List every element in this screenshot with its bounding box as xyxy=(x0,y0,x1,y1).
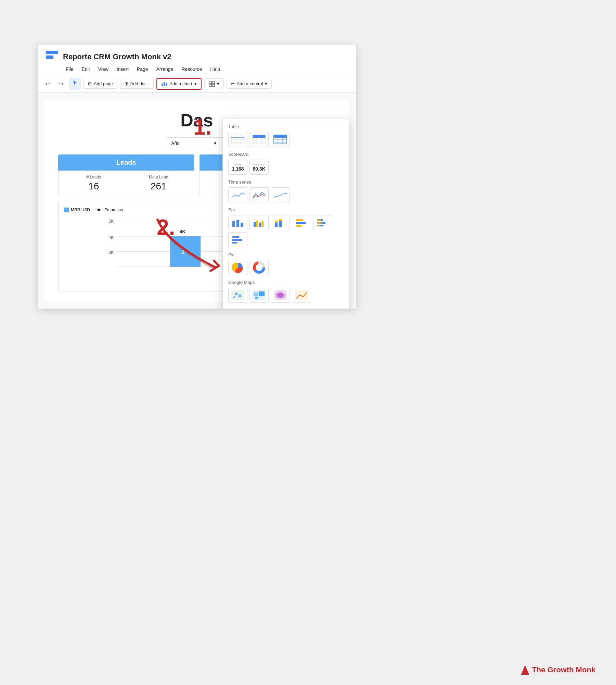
time-series-option-3[interactable] xyxy=(271,187,290,202)
pie-option-1[interactable] xyxy=(228,260,247,275)
svg-rect-38 xyxy=(254,222,256,227)
menu-resource[interactable]: Resource xyxy=(178,65,205,73)
add-chart-button[interactable]: Add a chart ▾ xyxy=(156,78,202,90)
table-option-1[interactable] xyxy=(228,132,247,147)
app-title: Reporte CRM Growth Monk v2 xyxy=(63,52,171,61)
bar-section: Bar xyxy=(228,207,343,247)
time-series-options xyxy=(228,187,343,202)
svg-rect-35 xyxy=(232,221,235,227)
components-button[interactable]: ▾ xyxy=(204,78,224,89)
meta-lead-item: Meta Lead 261 xyxy=(128,175,190,192)
maps-option-1[interactable] xyxy=(228,288,247,303)
bar-option-1[interactable] xyxy=(228,215,247,230)
svg-rect-29 xyxy=(274,135,287,138)
scorecard-section-title: Scorecard xyxy=(228,152,343,157)
toolbar: ↩ ↪ ⊞ Add page ⊞ Add dat... Add a chart … xyxy=(38,75,356,93)
title-bar: Reporte CRM Growth Monk v2 xyxy=(38,45,356,64)
bar-section-title: Bar xyxy=(228,207,343,212)
add-page-label: Add page xyxy=(94,81,113,86)
control-icon: ⇌ xyxy=(231,81,235,86)
components-icon xyxy=(209,81,215,87)
svg-rect-50 xyxy=(317,219,321,221)
table-section-title: Table xyxy=(228,124,343,129)
redo-button[interactable]: ↪ xyxy=(56,78,66,90)
bar-option-2[interactable] xyxy=(249,215,269,230)
time-series-option-2[interactable] xyxy=(249,187,269,202)
svg-rect-2 xyxy=(166,83,167,86)
scorecard-option-1[interactable]: Total 1,168 xyxy=(228,160,247,175)
maps-option-4[interactable] xyxy=(292,288,311,303)
bar-option-3[interactable] xyxy=(271,215,290,230)
svg-rect-46 xyxy=(296,219,303,221)
bar-option-6[interactable] xyxy=(228,232,247,247)
menu-file[interactable]: File xyxy=(62,65,77,73)
bar-option-4[interactable] xyxy=(292,215,311,230)
add-data-button[interactable]: ⊞ Add dat... xyxy=(120,79,154,89)
time-series-option-1[interactable] xyxy=(228,187,247,202)
menu-insert[interactable]: Insert xyxy=(113,65,132,73)
leads-body: # Leads 16 Meta Lead 261 xyxy=(58,171,194,196)
leads-count-item: # Leads 16 xyxy=(63,175,125,192)
bar-options xyxy=(228,215,343,247)
svg-point-66 xyxy=(233,296,235,298)
scorecard-option-2[interactable]: Sessions 69.3K xyxy=(249,160,269,175)
maps-option-3[interactable] xyxy=(271,288,290,303)
svg-rect-48 xyxy=(296,225,301,227)
add-page-icon: ⊞ xyxy=(88,81,92,86)
watermark-text: The Growth Monk xyxy=(532,665,595,674)
svg-rect-47 xyxy=(296,222,306,224)
svg-rect-36 xyxy=(236,220,239,227)
svg-text:4K: 4K xyxy=(108,235,114,240)
table-option-2[interactable] xyxy=(249,132,269,147)
svg-text:3K: 3K xyxy=(108,250,114,255)
legend-empresas-label: Empresas xyxy=(104,208,123,212)
svg-rect-56 xyxy=(232,239,242,241)
geo-chart-section: Geo chart xyxy=(228,308,343,309)
chart-type-dropdown: Table Scorecard xyxy=(222,118,349,309)
app-window: Reporte CRM Growth Monk v2 File Edit Vie… xyxy=(38,45,356,309)
google-maps-options xyxy=(228,288,343,303)
svg-rect-5 xyxy=(209,84,211,87)
add-data-icon: ⊞ xyxy=(125,81,128,86)
select-tool-button[interactable] xyxy=(69,78,81,90)
control-dropdown-arrow: ▾ xyxy=(265,81,267,86)
add-control-label: Add a control xyxy=(237,81,263,86)
svg-rect-43 xyxy=(275,221,278,223)
table-section: Table xyxy=(228,124,343,147)
add-chart-dropdown-arrow: ▾ xyxy=(194,81,197,86)
watermark: The Growth Monk xyxy=(521,665,595,675)
svg-rect-39 xyxy=(256,221,258,227)
table-option-3[interactable] xyxy=(271,132,290,147)
svg-rect-17 xyxy=(231,135,244,144)
leads-card: Leads # Leads 16 Meta Lead 261 xyxy=(58,154,194,196)
menu-edit[interactable]: Edit xyxy=(78,65,93,73)
svg-rect-37 xyxy=(241,223,243,227)
meta-lead-value: 261 xyxy=(128,181,190,192)
undo-button[interactable]: ↩ xyxy=(42,78,53,90)
menu-page[interactable]: Page xyxy=(133,65,152,73)
maps-option-2[interactable] xyxy=(249,288,269,303)
menu-bar: File Edit View Insert Page Arrange Resou… xyxy=(38,64,356,75)
menu-help[interactable]: Help xyxy=(207,65,223,73)
pie-option-2[interactable] xyxy=(249,260,269,275)
add-page-button[interactable]: ⊞ Add page xyxy=(84,79,117,89)
svg-rect-57 xyxy=(232,242,237,244)
watermark-icon xyxy=(521,665,529,675)
add-control-button[interactable]: ⇌ Add a control ▾ xyxy=(227,79,272,89)
svg-rect-44 xyxy=(279,221,282,227)
svg-text:4K: 4K xyxy=(180,229,185,234)
google-maps-section: Google Maps xyxy=(228,280,343,303)
svg-rect-0 xyxy=(162,84,163,86)
bar-option-5[interactable] xyxy=(313,215,332,230)
pie-section: Pie xyxy=(228,252,343,275)
svg-rect-69 xyxy=(259,291,265,296)
svg-rect-68 xyxy=(254,292,258,296)
svg-text:2: 2 xyxy=(182,249,185,255)
menu-arrange[interactable]: Arrange xyxy=(153,65,177,73)
chart-bar-icon xyxy=(161,81,167,87)
svg-rect-74 xyxy=(295,290,308,300)
svg-rect-6 xyxy=(212,84,215,87)
svg-point-62 xyxy=(257,265,261,270)
menu-view[interactable]: View xyxy=(95,65,112,73)
svg-rect-70 xyxy=(255,297,258,299)
